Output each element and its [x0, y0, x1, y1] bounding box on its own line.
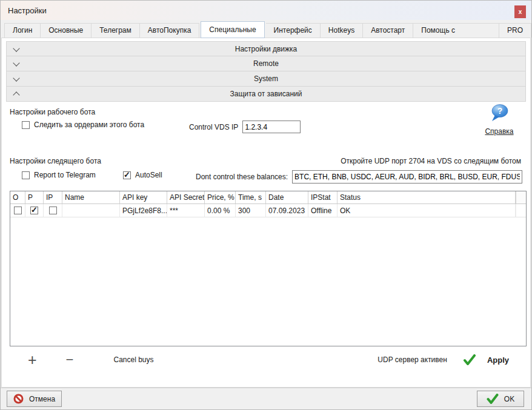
- cancel-button-label: Отмена: [29, 395, 55, 403]
- col-header-ipstat[interactable]: IPStat: [308, 191, 337, 203]
- ok-button[interactable]: OK: [477, 391, 524, 407]
- row-scrollbar-stub: [516, 204, 526, 217]
- balances-label: Dont control these balances:: [196, 173, 288, 181]
- col-header-price[interactable]: Price, %: [205, 191, 236, 203]
- row-p-checkbox[interactable]: [30, 207, 38, 214]
- section-header-remote[interactable]: Remote: [6, 56, 526, 71]
- hang-protection-panel: Настройки рабочего бота Следить за ордер…: [6, 102, 526, 387]
- tab-login[interactable]: Логин: [4, 23, 41, 38]
- report-telegram-label: Report to Telegram: [34, 171, 96, 179]
- remove-row-button[interactable]: −: [66, 352, 74, 368]
- tab-interface[interactable]: Интерфейс: [266, 23, 321, 38]
- footer-bar: Отмена OK: [1, 388, 531, 409]
- follow-orders-checkbox[interactable]: [22, 121, 30, 129]
- cell-name: [62, 204, 120, 217]
- section-label: Защита от зависаний: [7, 90, 525, 98]
- autosell-label: AutoSell: [135, 171, 162, 179]
- header-scrollbar-stub: [516, 191, 526, 203]
- help-link[interactable]: Справка: [485, 127, 513, 136]
- row-o-checkbox[interactable]: [14, 207, 22, 214]
- title-bar: Настройки x: [1, 1, 531, 20]
- col-header-api-key[interactable]: API key: [120, 191, 167, 203]
- section-label: Remote: [7, 59, 525, 68]
- balances-input[interactable]: [292, 170, 522, 184]
- udp-server-status: UDP сервер активен: [377, 355, 447, 364]
- close-button[interactable]: x: [514, 5, 526, 18]
- col-header-date[interactable]: Date: [266, 191, 308, 203]
- apply-button[interactable]: Apply: [487, 355, 509, 365]
- cell-date: 07.09.2023: [266, 204, 308, 217]
- cancel-button[interactable]: Отмена: [7, 391, 62, 407]
- cell-api-secret: ***: [167, 204, 205, 217]
- svg-text:?: ?: [497, 106, 503, 116]
- ok-check-icon: [487, 394, 499, 405]
- settings-window: Настройки x Логин Основные Телеграм Авто…: [0, 0, 532, 410]
- section-header-hang-protection[interactable]: Защита от зависаний: [6, 87, 526, 102]
- udp-port-hint: Откройте UDP порт 2704 на VDS со следящи…: [341, 157, 521, 165]
- table-actions-row: + − Cancel buys UDP сервер активен Apply: [10, 350, 522, 369]
- autosell-checkbox[interactable]: [123, 171, 131, 179]
- udp-active-check-icon: [463, 354, 476, 366]
- cell-api-key: PGjLf2e8F8...: [120, 204, 167, 217]
- tab-strip: Логин Основные Телеграм АвтоПокупка Спец…: [1, 20, 531, 38]
- tab-hotkeys[interactable]: Hotkeys: [321, 23, 363, 38]
- cell-time: 300: [236, 204, 266, 217]
- col-header-ip[interactable]: IP: [44, 191, 62, 203]
- window-title: Настройки: [8, 6, 47, 15]
- control-vds-ip-label: Control VDS IP: [189, 123, 238, 131]
- col-header-p[interactable]: P: [25, 191, 44, 203]
- cancel-buys-button[interactable]: Cancel buys: [113, 355, 153, 364]
- cell-price: 0.00 %: [205, 204, 236, 217]
- table-row[interactable]: PGjLf2e8F8... *** 0.00 % 300 07.09.2023 …: [10, 204, 526, 217]
- col-header-api-secret[interactable]: API Secret: [167, 191, 205, 203]
- section-label: Настройки движка: [7, 45, 525, 53]
- tab-telegram[interactable]: Телеграм: [91, 23, 140, 38]
- table-header-row: O P IP Name API key API Secret Price, % …: [10, 191, 526, 204]
- section-label: System: [7, 74, 525, 83]
- cell-ipstat: Offline: [308, 204, 337, 217]
- section-header-system[interactable]: System: [6, 71, 526, 87]
- tab-special[interactable]: Специальные: [201, 21, 264, 38]
- follow-orders-label: Следить за ордерами этого бота: [34, 121, 144, 129]
- close-icon: x: [519, 8, 522, 15]
- section-header-engine[interactable]: Настройки движка: [6, 41, 526, 56]
- tab-autobuy[interactable]: АвтоПокупка: [140, 23, 200, 38]
- tab-main[interactable]: Основные: [41, 23, 91, 38]
- tab-page-special: Настройки движка Remote System Защита от…: [1, 38, 531, 388]
- watcher-bot-group-label: Настройки следящего бота: [10, 157, 101, 165]
- tab-autostart[interactable]: Автостарт: [363, 23, 413, 38]
- col-header-status[interactable]: Status: [337, 191, 516, 203]
- tab-pro[interactable]: PRO: [499, 23, 531, 38]
- col-header-name[interactable]: Name: [62, 191, 120, 203]
- cell-status: OK: [337, 204, 516, 217]
- worker-bot-group-label: Настройки рабочего бота: [10, 108, 95, 116]
- tab-setup-help[interactable]: Помощь с настройкой: [413, 23, 499, 38]
- prohibition-icon: [13, 394, 24, 404]
- row-ip-checkbox[interactable]: [49, 207, 57, 214]
- report-telegram-checkbox[interactable]: [22, 171, 30, 179]
- bots-table: O P IP Name API key API Secret Price, % …: [10, 191, 527, 346]
- help-bubble-icon[interactable]: ?: [489, 104, 510, 122]
- ok-button-label: OK: [504, 395, 514, 403]
- add-row-button[interactable]: +: [28, 352, 37, 368]
- col-header-time[interactable]: Time, s: [236, 191, 266, 203]
- col-header-o[interactable]: O: [10, 191, 25, 203]
- help-area: ? Справка: [481, 104, 517, 136]
- control-vds-ip-input[interactable]: [242, 121, 301, 133]
